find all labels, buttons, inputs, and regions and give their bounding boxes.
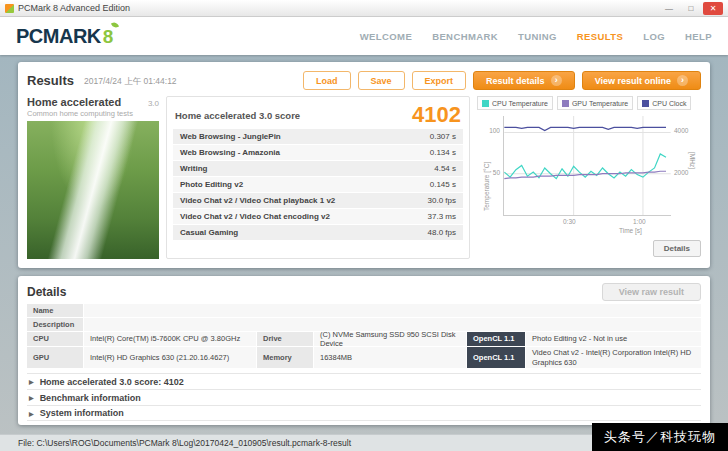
details-table: Name Description CPU Intel(R) Core(TM) i…	[27, 304, 701, 368]
window-controls: — □ ✕	[659, 2, 723, 15]
score-row-label: Writing	[180, 164, 207, 173]
score-row-value: 37.3 ms	[428, 212, 456, 221]
watermark: 头条号／科技玩物	[592, 423, 728, 451]
expandable-sections: ▶Home accelerated 3.0 score: 4102 ▶Bench…	[27, 373, 701, 421]
drive-label: Drive	[257, 332, 313, 346]
view-online-label: View result online	[595, 76, 671, 86]
score-row-label: Casual Gaming	[180, 228, 238, 237]
opencl-label: OpenCL 1.1	[467, 347, 525, 368]
score-row: Web Browsing - Amazonia0.134 s	[173, 145, 463, 160]
y-tick-100: 100	[479, 127, 500, 134]
result-file-path: File: C:\Users\ROG\Documents\PCMark 8\Lo…	[18, 438, 351, 448]
name-value	[84, 304, 701, 317]
cpu-value: Intel(R) Core(TM) i5-7600K CPU @ 3.80GHz	[84, 332, 256, 346]
test-panel: Home accelerated 3.0 Common home computi…	[27, 96, 159, 259]
app-header: PCMARK 8 WELCOME BENCHMARK TUNING RESULT…	[0, 17, 728, 55]
test-subtitle: Common home computing tests	[27, 109, 159, 118]
expand-arrow-icon: ▶	[29, 410, 34, 417]
expander-label: Home accelerated 3.0 score: 4102	[40, 377, 184, 387]
nav-welcome[interactable]: WELCOME	[360, 31, 412, 42]
chart-plot	[503, 116, 671, 216]
score-row: Video Chat v2 / Video Chat playback 1 v2…	[173, 193, 463, 208]
chevron-right-icon: ›	[677, 75, 688, 86]
expander-home-accelerated-score[interactable]: ▶Home accelerated 3.0 score: 4102	[27, 373, 701, 389]
opencl-photo-editing-value: Photo Editing v2 - Not in use	[526, 332, 701, 346]
nav-benchmark[interactable]: BENCHMARK	[432, 31, 498, 42]
score-row-value: 0.145 s	[430, 180, 456, 189]
x-axis-label: Time [s]	[619, 227, 642, 234]
legend-label: CPU Temperature	[492, 100, 548, 107]
view-result-online-button[interactable]: View result online›	[582, 71, 701, 90]
x-tick-100: 1:00	[633, 218, 646, 225]
chart-details-button[interactable]: Details	[653, 240, 701, 257]
gpu-label: GPU	[27, 347, 83, 368]
results-title: Results	[27, 73, 74, 88]
score-row-value: 30.0 fps	[428, 196, 456, 205]
table-row: Name	[27, 304, 701, 317]
opencl-label: OpenCL 1.1	[467, 332, 525, 346]
results-toolbar: Load Save Export Result details› View re…	[303, 71, 701, 90]
score-row-label: Web Browsing - JunglePin	[180, 132, 281, 141]
score-row-label: Web Browsing - Amazonia	[180, 148, 280, 157]
titlebar: PCMark 8 Advanced Edition — □ ✕	[0, 0, 728, 17]
results-header: Results 2017/4/24 上午 01:44:12 Load Save …	[27, 67, 701, 94]
expand-arrow-icon: ▶	[29, 378, 34, 385]
minimize-button[interactable]: —	[659, 2, 679, 15]
name-label: Name	[27, 304, 83, 317]
table-row: CPU Intel(R) Core(TM) i5-7600K CPU @ 3.8…	[27, 332, 701, 346]
y-tick-50: 50	[479, 169, 500, 176]
score-title: Home accelerated 3.0 score	[175, 110, 300, 121]
results-timestamp: 2017/4/24 上午 01:44:12	[84, 76, 177, 88]
opencl-video-chat-value: Video Chat v2 - Intel(R) Corporation Int…	[526, 347, 701, 368]
waterfall-thumbnail-image	[27, 121, 159, 259]
close-button[interactable]: ✕	[703, 2, 723, 15]
nav-results[interactable]: RESULTS	[577, 31, 623, 42]
score-row-value: 0.307 s	[430, 132, 456, 141]
legend-cpu-clock: CPU Clock	[637, 96, 691, 110]
score-row-label: Video Chat v2 / Video Chat playback 1 v2	[180, 196, 335, 205]
view-raw-result-button[interactable]: View raw result	[602, 283, 701, 301]
gpu-value: Intel(R) HD Graphics 630 (21.20.16.4627)	[84, 347, 256, 368]
legend-label: GPU Temperature	[572, 100, 628, 107]
memory-label: Memory	[257, 347, 313, 368]
memory-value: 16384MB	[314, 347, 466, 368]
score-row: Web Browsing - JunglePin0.307 s	[173, 129, 463, 144]
cpu-clock-swatch-icon	[642, 100, 649, 107]
logo-8-digit: 8	[103, 26, 114, 47]
score-row-value: 48.0 fps	[428, 228, 456, 237]
test-version: 3.0	[148, 99, 159, 108]
score-row-value: 4.54 s	[434, 164, 456, 173]
results-body: Home accelerated 3.0 Common home computi…	[27, 96, 701, 259]
save-button[interactable]: Save	[358, 71, 405, 90]
score-row: Writing4.54 s	[173, 161, 463, 176]
gpu-temperature-swatch-icon	[562, 100, 569, 107]
result-details-button[interactable]: Result details›	[473, 71, 575, 90]
result-details-label: Result details	[486, 76, 545, 86]
nav-help[interactable]: HELP	[685, 31, 712, 42]
app-icon	[5, 4, 14, 13]
right-tick-2000: 2000	[674, 169, 688, 176]
nav-log[interactable]: LOG	[643, 31, 665, 42]
expand-arrow-icon: ▶	[29, 394, 34, 401]
table-row: GPU Intel(R) HD Graphics 630 (21.20.16.4…	[27, 347, 701, 368]
chevron-right-icon: ›	[551, 75, 562, 86]
export-button[interactable]: Export	[412, 71, 467, 90]
legend-label: CPU Clock	[652, 100, 686, 107]
pcmark-logo: PCMARK 8	[16, 25, 113, 48]
expander-benchmark-information[interactable]: ▶Benchmark information	[27, 389, 701, 405]
legend-cpu-temperature: CPU Temperature	[477, 96, 553, 110]
score-header: Home accelerated 3.0 score 4102	[173, 101, 463, 129]
legend-gpu-temperature: GPU Temperature	[557, 96, 633, 110]
test-name: Home accelerated	[27, 96, 121, 108]
right-tick-4000: 4000	[674, 127, 688, 134]
details-header: Details View raw result	[27, 281, 701, 303]
expander-system-information[interactable]: ▶System information	[27, 405, 701, 421]
maximize-button[interactable]: □	[681, 2, 701, 15]
expander-label: System information	[40, 408, 124, 418]
load-button[interactable]: Load	[303, 71, 351, 90]
app-window: PCMark 8 Advanced Edition — □ ✕ PCMARK 8…	[0, 0, 728, 451]
nav-tuning[interactable]: TUNING	[518, 31, 557, 42]
score-row: Video Chat v2 / Video Chat encoding v237…	[173, 209, 463, 224]
score-row-label: Video Chat v2 / Video Chat encoding v2	[180, 212, 330, 221]
cpu-temperature-swatch-icon	[482, 100, 489, 107]
